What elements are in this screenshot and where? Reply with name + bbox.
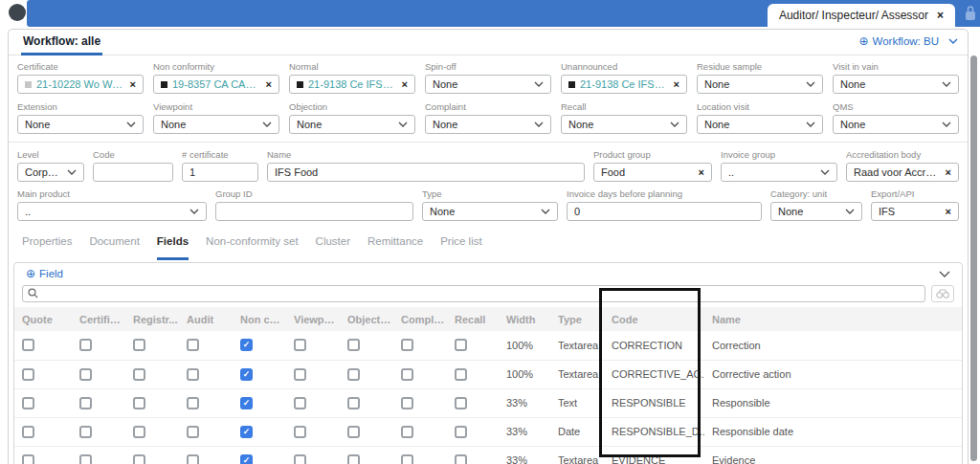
- non-con-checkbox[interactable]: ✓: [240, 368, 253, 381]
- certificate-input[interactable]: 1: [182, 163, 258, 182]
- plus-circle-icon: ⊕: [858, 35, 868, 47]
- spin-off-select[interactable]: None: [425, 75, 551, 94]
- quote-checkbox[interactable]: [22, 339, 34, 351]
- viewpoint-checkbox[interactable]: [294, 397, 306, 409]
- binoculars-icon[interactable]: [931, 285, 954, 302]
- product-group-token[interactable]: Food×: [593, 163, 712, 182]
- recall-checkbox[interactable]: [455, 339, 467, 351]
- visit-in-vain-select[interactable]: None: [833, 75, 959, 94]
- certificate-checkbox[interactable]: [79, 339, 92, 351]
- clear-icon[interactable]: ×: [699, 166, 704, 178]
- complaint-checkbox[interactable]: [401, 397, 413, 409]
- tab-properties[interactable]: Properties: [22, 235, 72, 260]
- complaint-checkbox[interactable]: [401, 339, 413, 351]
- invoice-days-before-planning-input[interactable]: 0: [567, 202, 762, 221]
- clear-icon[interactable]: ×: [946, 206, 951, 217]
- viewpoint-checkbox[interactable]: [294, 454, 306, 464]
- audit-checkbox[interactable]: [187, 339, 199, 351]
- objection-checkbox[interactable]: [347, 397, 360, 409]
- non-conformity-field: Non conformity19-8357 CA CAP O...×: [153, 61, 279, 94]
- registr-checkbox[interactable]: [133, 339, 145, 351]
- audit-checkbox[interactable]: [187, 454, 199, 464]
- objection-checkbox[interactable]: [347, 426, 360, 438]
- field-search-input[interactable]: [22, 285, 925, 302]
- quote-checkbox[interactable]: [22, 368, 34, 381]
- viewpoint-select[interactable]: None: [153, 115, 279, 134]
- recall-select[interactable]: None: [561, 115, 687, 134]
- certificate-token[interactable]: 21-10228 Wo Workfl...×: [17, 75, 144, 94]
- non-conformity-token[interactable]: 19-8357 CA CAP O...×: [153, 75, 279, 94]
- non-con-checkbox[interactable]: ✓: [240, 339, 253, 351]
- level-select[interactable]: Corporate: [17, 163, 84, 182]
- invoice-group-select[interactable]: ..: [721, 163, 837, 182]
- clear-icon[interactable]: ×: [130, 78, 136, 90]
- type-select[interactable]: None: [422, 202, 558, 221]
- non-con-checkbox[interactable]: ✓: [240, 426, 253, 438]
- main-product-label: Main product: [17, 188, 207, 199]
- accreditation-body-token[interactable]: Raad voor Accreditatie×: [846, 163, 959, 182]
- tab-cluster[interactable]: Cluster: [316, 235, 350, 260]
- vertical-scrollbar[interactable]: [970, 55, 977, 461]
- clear-icon[interactable]: ×: [946, 166, 951, 178]
- non-con-checkbox[interactable]: ✓: [240, 454, 253, 464]
- close-icon[interactable]: ×: [937, 9, 944, 22]
- tab-non-conformity-set[interactable]: Non-conformity set: [206, 235, 299, 260]
- registr-checkbox[interactable]: [133, 368, 145, 381]
- browser-tab[interactable]: Auditor/ Inspecteur/ Assessor ×: [768, 4, 955, 27]
- tab-fields[interactable]: Fields: [157, 235, 189, 260]
- objection-checkbox[interactable]: [347, 368, 360, 381]
- complaint-checkbox[interactable]: [401, 454, 413, 464]
- group-id-input[interactable]: [215, 202, 413, 221]
- qms-select[interactable]: None: [833, 115, 959, 134]
- tab-workflow-alle[interactable]: Workflow: alle: [21, 30, 102, 55]
- clear-icon[interactable]: ×: [674, 78, 679, 90]
- non-con-checkbox[interactable]: ✓: [240, 397, 253, 409]
- recall-checkbox[interactable]: [455, 368, 467, 381]
- audit-checkbox[interactable]: [187, 368, 199, 381]
- residue-sample-select[interactable]: None: [697, 75, 823, 94]
- export-api-token[interactable]: IFS×: [871, 202, 959, 221]
- unannounced-token[interactable]: 21-9138 Ce IFS Foo...×: [561, 75, 687, 94]
- cell-type: Date: [550, 417, 604, 446]
- viewpoint-checkbox[interactable]: [294, 339, 306, 351]
- objection-select[interactable]: None: [289, 115, 415, 134]
- code-input[interactable]: [93, 163, 173, 182]
- audit-checkbox[interactable]: [187, 426, 199, 438]
- registr-checkbox[interactable]: [133, 426, 145, 438]
- recall-checkbox[interactable]: [455, 426, 467, 438]
- add-field-button[interactable]: ⊕ Field: [26, 268, 63, 279]
- registr-checkbox[interactable]: [133, 397, 145, 409]
- clear-icon[interactable]: ×: [266, 78, 272, 90]
- main-product-select[interactable]: ..: [17, 202, 207, 221]
- certificate-checkbox[interactable]: [79, 397, 92, 409]
- extension-select[interactable]: None: [17, 115, 144, 134]
- name-input[interactable]: IFS Food: [267, 163, 585, 182]
- viewpoint-checkbox[interactable]: [294, 368, 306, 381]
- registr-checkbox[interactable]: [133, 454, 145, 464]
- quote-checkbox[interactable]: [22, 454, 34, 464]
- location-visit-select[interactable]: None: [697, 115, 823, 134]
- certificate-checkbox[interactable]: [79, 426, 92, 438]
- collapse-chevron-icon[interactable]: [939, 271, 950, 277]
- audit-checkbox[interactable]: [187, 397, 199, 409]
- normal-token[interactable]: 21-9138 Ce IFS Foo...×: [289, 75, 415, 94]
- tab-remittance[interactable]: Remittance: [368, 235, 423, 260]
- objection-checkbox[interactable]: [347, 339, 360, 351]
- category-unit-select[interactable]: None: [770, 202, 862, 221]
- recall-checkbox[interactable]: [455, 397, 467, 409]
- add-workflow-button[interactable]: ⊕ Workflow: BU: [858, 35, 958, 47]
- complaint-checkbox[interactable]: [401, 368, 413, 381]
- objection-checkbox[interactable]: [347, 454, 360, 464]
- quote-checkbox[interactable]: [22, 426, 34, 438]
- recall-checkbox[interactable]: [455, 454, 467, 464]
- quote-checkbox[interactable]: [22, 397, 34, 409]
- clear-icon[interactable]: ×: [402, 78, 408, 90]
- certificate-checkbox[interactable]: [79, 368, 92, 381]
- tab-price-list[interactable]: Price list: [440, 235, 481, 260]
- detail-tabs: PropertiesDocumentFieldsNon-conformity s…: [9, 221, 968, 260]
- tab-document[interactable]: Document: [89, 235, 139, 260]
- complaint-checkbox[interactable]: [401, 426, 413, 438]
- complaint-select[interactable]: None: [425, 115, 551, 134]
- certificate-checkbox[interactable]: [79, 454, 92, 464]
- viewpoint-checkbox[interactable]: [294, 426, 306, 438]
